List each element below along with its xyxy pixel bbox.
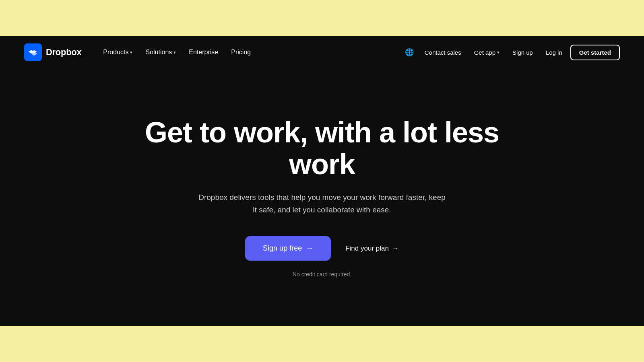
top-yellow-band xyxy=(0,0,644,36)
signup-arrow-icon: → xyxy=(306,244,313,253)
main-dark-section: Dropbox Products ▾ Solutions ▾ Enterpris… xyxy=(0,36,644,326)
log-in-button[interactable]: Log in xyxy=(541,46,567,59)
signup-free-label: Sign up free xyxy=(263,244,302,253)
find-plan-link[interactable]: Find your plan → xyxy=(345,245,399,253)
sign-up-nav-label: Sign up xyxy=(512,49,533,56)
contact-sales-label: Contact sales xyxy=(425,49,461,56)
dropbox-svg xyxy=(27,47,39,58)
nav-solutions[interactable]: Solutions ▾ xyxy=(140,45,182,59)
find-plan-label: Find your plan xyxy=(345,245,389,253)
nav-products[interactable]: Products ▾ xyxy=(97,45,138,59)
cta-group: Sign up free → Find your plan → No credi… xyxy=(245,236,399,278)
get-app-chevron-icon: ▾ xyxy=(497,50,500,55)
dropbox-logo-icon xyxy=(24,43,42,61)
nav-links: Products ▾ Solutions ▾ Enterprise Pricin… xyxy=(97,45,402,59)
get-started-button[interactable]: Get started xyxy=(570,45,620,60)
logo-label: Dropbox xyxy=(46,47,81,58)
no-credit-text: No credit card required. xyxy=(293,271,351,278)
nav-solutions-label: Solutions xyxy=(145,49,172,56)
nav-pricing[interactable]: Pricing xyxy=(225,45,256,59)
log-in-label: Log in xyxy=(546,49,562,56)
page-wrapper: Dropbox Products ▾ Solutions ▾ Enterpris… xyxy=(0,0,644,362)
find-plan-arrow-icon: → xyxy=(392,245,399,253)
cta-buttons: Sign up free → Find your plan → xyxy=(245,236,399,261)
get-started-label: Get started xyxy=(579,49,611,56)
nav-enterprise[interactable]: Enterprise xyxy=(183,45,224,59)
hero-subtitle: Dropbox delivers tools that help you mov… xyxy=(197,191,447,216)
hero-section: Get to work, with a lot less work Dropbo… xyxy=(0,68,644,326)
products-chevron-icon: ▾ xyxy=(130,50,132,55)
nav-products-label: Products xyxy=(103,49,128,56)
language-selector-button[interactable]: 🌐 xyxy=(402,45,417,60)
nav-enterprise-label: Enterprise xyxy=(189,49,218,56)
navbar: Dropbox Products ▾ Solutions ▾ Enterpris… xyxy=(0,36,644,68)
bottom-yellow-band xyxy=(0,326,644,362)
contact-sales-button[interactable]: Contact sales xyxy=(420,46,466,59)
nav-pricing-label: Pricing xyxy=(231,49,251,56)
hero-title: Get to work, with a lot less work xyxy=(121,117,523,180)
nav-right: 🌐 Contact sales Get app ▾ Sign up Log in… xyxy=(402,45,620,60)
get-app-label: Get app xyxy=(474,49,495,56)
get-app-button[interactable]: Get app ▾ xyxy=(469,46,504,59)
globe-icon: 🌐 xyxy=(405,48,414,57)
sign-up-nav-button[interactable]: Sign up xyxy=(508,46,538,59)
solutions-chevron-icon: ▾ xyxy=(173,50,176,55)
signup-free-button[interactable]: Sign up free → xyxy=(245,236,331,261)
logo-area[interactable]: Dropbox xyxy=(24,43,81,61)
